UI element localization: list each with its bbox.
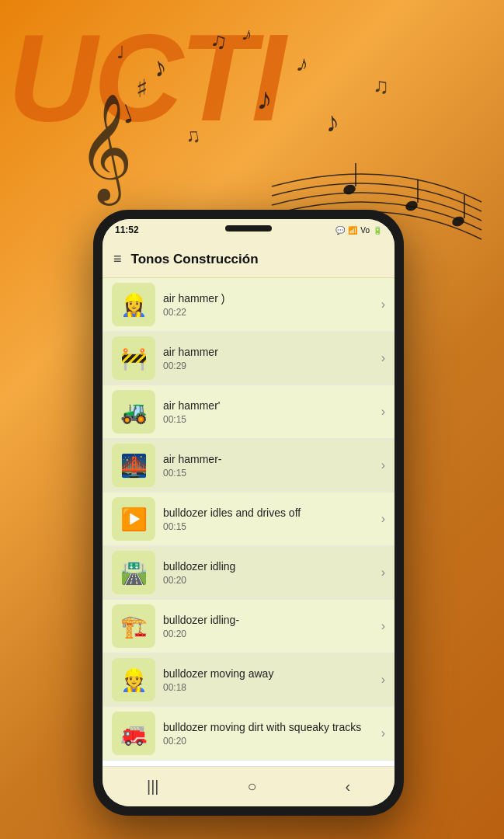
sound-info-2: air hammer 00:29 (155, 345, 381, 371)
sound-icon-1: 👷‍♀️ (112, 283, 155, 326)
wifi-icon: 📶 (348, 226, 357, 235)
sound-info-3: air hammer' 00:15 (155, 399, 381, 425)
sound-duration-4: 00:15 (163, 468, 374, 479)
status-time: 11:52 (115, 225, 139, 235)
list-item[interactable]: 👷‍♀️ air hammer ) 00:22 › (103, 278, 395, 332)
sound-info-4: air hammer- 00:15 (155, 452, 381, 479)
phone-notch (225, 225, 272, 232)
background-text: UCTI (8, 16, 282, 140)
sound-duration-8: 00:18 (163, 682, 374, 693)
sound-icon-9: 🚒 (112, 712, 155, 755)
sound-info-1: air hammer ) 00:22 (155, 291, 381, 318)
chevron-icon-5: › (381, 512, 385, 526)
sound-info-6: bulldozer idling 00:20 (155, 559, 381, 586)
nav-menu-button[interactable]: ||| (134, 775, 172, 799)
sound-icon-2: 🚧 (112, 336, 155, 380)
sound-name-5: bulldozer idles and drives off (163, 506, 374, 520)
sound-duration-5: 00:15 (163, 521, 374, 532)
sound-name-7: bulldozer idling- (163, 613, 374, 627)
list-item[interactable]: 🚧 air hammer 00:29 › (103, 332, 395, 385)
list-item[interactable]: 🚒 bulldozer moving dirt with squeaky tra… (103, 707, 395, 761)
list-item[interactable]: 🛣️ bulldozer idling 00:20 › (103, 546, 395, 600)
sound-name-4: air hammer- (163, 452, 374, 466)
sound-info-7: bulldozer idling- 00:20 (155, 613, 381, 639)
menu-icon[interactable]: ≡ (113, 251, 122, 267)
nav-home-button[interactable]: ○ (235, 775, 269, 799)
chevron-icon-7: › (381, 619, 385, 633)
sound-icon-3: 🚜 (112, 390, 155, 433)
list-item[interactable]: 👷 bulldozer moving away 00:18 › (103, 653, 395, 707)
sound-name-3: air hammer' (163, 399, 374, 413)
chevron-icon-8: › (381, 673, 385, 687)
list-item[interactable]: 🚜 air hammer' 00:15 › (103, 385, 395, 439)
sound-info-9: bulldozer moving dirt with squeaky track… (155, 720, 381, 747)
whatsapp-icon: 💬 (335, 226, 345, 235)
list-item[interactable]: 🌉 air hammer- 00:15 › (103, 439, 395, 493)
chevron-icon-6: › (381, 566, 385, 580)
sound-duration-3: 00:15 (163, 414, 374, 425)
sound-name-8: bulldozer moving away (163, 667, 374, 681)
sound-name-6: bulldozer idling (163, 559, 374, 573)
sound-duration-9: 00:20 (163, 736, 374, 747)
bottom-nav: ||| ○ ‹ (103, 766, 395, 806)
sound-icon-8: 👷 (112, 658, 155, 701)
sound-name-1: air hammer ) (163, 291, 374, 305)
chevron-icon-3: › (381, 405, 385, 419)
list-item[interactable]: 🏗️ bulldozer idling- 00:20 › (103, 600, 395, 653)
nav-back-button[interactable]: ‹ (332, 775, 363, 799)
sound-duration-7: 00:20 (163, 628, 374, 639)
sound-duration-2: 00:29 (163, 360, 374, 371)
sound-name-9: bulldozer moving dirt with squeaky track… (163, 720, 374, 734)
sound-duration-1: 00:22 (163, 307, 374, 318)
status-icons: 💬 📶 Vo 🔋 (335, 226, 382, 235)
chevron-icon-1: › (381, 298, 385, 312)
phone-screen: 11:52 💬 📶 Vo 🔋 ≡ Tonos Construcción 👷‍♀️… (103, 219, 395, 806)
sound-name-2: air hammer (163, 345, 374, 359)
chevron-icon-9: › (381, 726, 385, 740)
sound-icon-4: 🌉 (112, 444, 155, 487)
list-item[interactable]: ▶️ bulldozer idles and drives off 00:15 … (103, 493, 395, 546)
sound-icon-7: 🏗️ (112, 604, 155, 648)
chevron-icon-2: › (381, 351, 385, 365)
sound-info-5: bulldozer idles and drives off 00:15 (155, 506, 381, 532)
chevron-icon-4: › (381, 458, 385, 472)
signal-icon: Vo (360, 226, 370, 235)
sound-icon-6: 🛣️ (112, 551, 155, 594)
sound-info-8: bulldozer moving away 00:18 (155, 667, 381, 693)
phone-frame: 11:52 💬 📶 Vo 🔋 ≡ Tonos Construcción 👷‍♀️… (93, 210, 404, 816)
sound-duration-6: 00:20 (163, 575, 374, 586)
sound-icon-5: ▶️ (112, 497, 155, 541)
app-title: Tonos Construcción (131, 252, 384, 267)
battery-icon: 🔋 (373, 226, 382, 235)
sound-list[interactable]: 👷‍♀️ air hammer ) 00:22 › 🚧 air hammer 0… (103, 278, 395, 766)
app-header: ≡ Tonos Construcción (103, 241, 395, 278)
